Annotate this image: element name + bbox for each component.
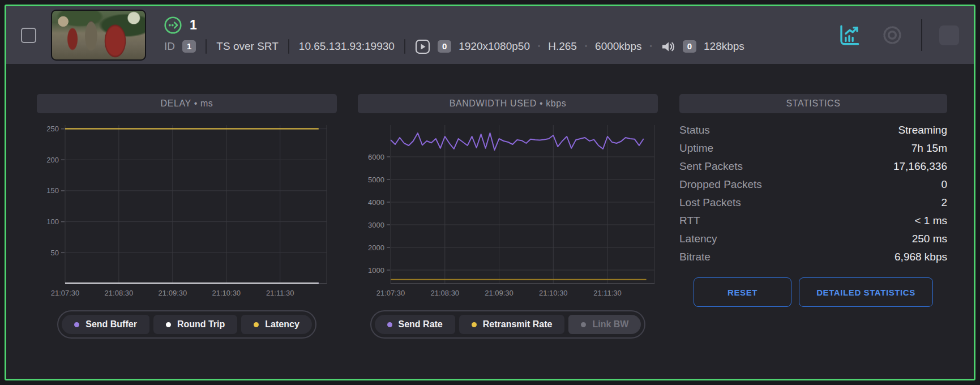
svg-text:150: 150 [46,186,59,195]
dot-separator: • [538,42,540,50]
video-resolution: 1920x1080p50 [459,40,530,53]
legend-item-send-buffer[interactable]: Send Buffer [62,315,149,334]
audio-pid-badge: 0 [683,40,696,53]
divider [404,39,405,54]
video-pid-badge: 0 [438,40,451,53]
svg-text:3000: 3000 [368,221,384,229]
stream-status-icon [164,16,182,34]
stat-label: Sent Packets [679,160,743,173]
legend-dot [74,322,79,327]
svg-text:4000: 4000 [368,198,384,207]
legend-label: Latency [265,319,299,330]
svg-text:21:08:30: 21:08:30 [430,289,459,297]
stat-row-latency: Latency250 ms [679,230,947,248]
divider [206,39,207,54]
legend-dot [387,322,392,327]
stop-button[interactable] [939,25,959,45]
legend-dot [472,322,477,327]
detailed-statistics-button[interactable]: DETAILED STATISTICS [799,277,933,307]
svg-text:6000: 6000 [368,153,384,161]
delay-panel-title: DELAY • ms [37,94,337,113]
statistics-buttons: RESET DETAILED STATISTICS [679,277,947,307]
speaker-icon [660,39,675,54]
bandwidth-chart: 10002000300040005000600021:07:3021:08:30… [358,117,658,305]
stat-label: Bitrate [679,251,711,263]
stream-thumbnail[interactable] [51,10,146,61]
dot-separator: • [649,42,652,50]
svg-text:21:10:30: 21:10:30 [212,289,241,297]
svg-text:50: 50 [51,249,59,257]
stat-value: < 1 ms [914,215,947,227]
svg-text:100: 100 [46,217,59,226]
audio-bitrate: 128kbps [704,40,744,53]
protocol-label: TS over SRT [216,40,278,53]
legend-label: Send Buffer [85,319,137,330]
delay-legend: Send BufferRound TripLatency [57,310,316,339]
legend-item-send-rate[interactable]: Send Rate [375,315,455,334]
stream-number: 1 [190,18,197,33]
dot-separator: • [585,42,587,50]
legend-item-latency[interactable]: Latency [241,315,311,334]
legend-label: Send Rate [399,319,443,330]
stat-row-status: StatusStreaming [679,121,947,139]
series-send-rate [391,133,644,150]
svg-text:21:08:30: 21:08:30 [105,289,134,297]
stat-value: 250 ms [912,233,947,245]
stat-label: Uptime [679,142,713,155]
svg-text:21:09:30: 21:09:30 [159,289,187,297]
stat-value: 7h 15m [911,142,947,155]
legend-dot [254,322,259,327]
svg-text:21:09:30: 21:09:30 [485,289,513,297]
legend-item-link-bw[interactable]: Link BW [568,315,641,334]
divider [921,19,922,51]
statistics-rows: StatusStreamingUptime7h 15mSent Packets1… [679,121,947,266]
stat-row-rtt: RTT< 1 ms [679,212,947,230]
play-icon [415,39,430,54]
stream-address: 10.65.131.93:19930 [299,40,395,53]
legend-label: Round Trip [177,319,225,330]
legend-label: Link BW [592,319,628,330]
stream-card: 1 ID 1 TS over SRT 10.65.131.93:19930 0 … [5,5,975,380]
stat-row-lost-packets: Lost Packets2 [679,194,947,212]
stat-label: Dropped Packets [679,178,762,191]
video-bitrate: 6000kbps [595,40,641,53]
stat-label: RTT [679,215,700,227]
chart-icon [837,23,861,47]
svg-text:2000: 2000 [368,243,384,252]
legend-item-retransmit-rate[interactable]: Retransmit Rate [459,315,565,334]
stat-row-dropped-packets: Dropped Packets0 [679,176,947,194]
divider [288,39,289,54]
delay-panel: DELAY • ms 5010015020025021:07:3021:08:3… [37,94,337,339]
select-checkbox[interactable] [21,28,36,43]
stat-row-sent-packets: Sent Packets17,166,336 [679,157,947,176]
stat-row-uptime: Uptime7h 15m [679,139,947,157]
svg-text:21:11:30: 21:11:30 [593,289,622,297]
settings-button[interactable] [880,23,904,47]
stat-value: 6,968 kbps [895,251,947,263]
svg-text:250: 250 [46,125,59,133]
legend-dot [581,322,586,327]
stat-value: 17,166,336 [893,160,947,173]
header-actions [837,19,959,51]
svg-text:21:07:30: 21:07:30 [376,289,405,297]
id-badge: 1 [182,40,196,53]
statistics-button[interactable] [837,23,861,47]
stream-info: 1 ID 1 TS over SRT 10.65.131.93:19930 0 … [164,16,744,54]
legend-dot [166,322,171,327]
stat-row-bitrate: Bitrate6,968 kbps [679,248,947,266]
stat-value: Streaming [898,124,947,136]
stat-label: Lost Packets [679,196,741,209]
stat-label: Latency [679,233,717,245]
reset-button[interactable]: RESET [694,277,791,307]
legend-label: Retransmit Rate [483,319,553,330]
stat-label: Status [679,124,710,136]
bandwidth-panel: BANDWIDTH USED • kbps 100020003000400050… [358,94,658,339]
delay-chart: 5010015020025021:07:3021:08:3021:09:3021… [37,117,337,305]
svg-text:1000: 1000 [368,266,384,275]
id-label: ID [164,40,175,53]
bandwidth-panel-title: BANDWIDTH USED • kbps [358,94,658,113]
legend-item-round-trip[interactable]: Round Trip [153,315,237,334]
stat-value: 0 [941,178,947,191]
gear-icon [880,23,904,47]
svg-text:21:10:30: 21:10:30 [539,289,568,297]
